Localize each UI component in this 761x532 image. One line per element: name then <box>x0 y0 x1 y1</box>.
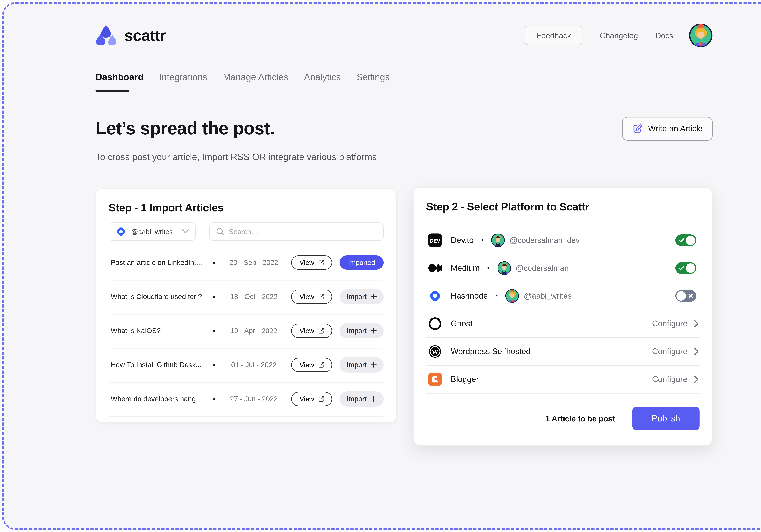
platform-row-medium: Medium @codersalman <box>426 254 699 282</box>
brand-logo: scattr <box>95 24 166 47</box>
article-row: What is Cloudflare used for ? 18 - Oct -… <box>109 280 384 314</box>
article-list: Post an article on LinkedIn..... 20 - Se… <box>109 246 384 416</box>
import-label: Import <box>347 395 367 403</box>
bullet-dot <box>482 239 483 241</box>
user-avatar[interactable] <box>689 24 713 47</box>
import-button[interactable]: Import <box>340 357 384 373</box>
view-button[interactable]: View <box>291 324 332 338</box>
article-date: 18 - Oct - 2022 <box>224 293 284 301</box>
devto-icon <box>428 233 442 247</box>
platform-handle: @codersalman_dev <box>509 236 580 245</box>
article-date: 27 - Jun - 2022 <box>224 395 284 403</box>
step2-title: Step 2 - Select Platform to Scattr <box>426 200 699 213</box>
toggle-knob <box>676 291 686 300</box>
article-title: How To Install Github Desk.... <box>111 361 202 369</box>
view-button[interactable]: View <box>291 358 332 372</box>
import-button[interactable]: Import <box>340 323 384 338</box>
view-label: View <box>300 361 314 369</box>
hashnode-toggle[interactable] <box>675 290 696 301</box>
view-button[interactable]: View <box>291 290 332 304</box>
platform-name: Blogger <box>451 374 479 384</box>
step2-card: Step 2 - Select Platform to Scattr Dev.t… <box>413 187 713 446</box>
external-link-icon <box>319 260 324 266</box>
external-link-icon <box>319 396 324 402</box>
page-subtitle: To cross post your article, Import RSS O… <box>95 151 377 162</box>
chevron-right-icon <box>694 376 698 383</box>
blogger-configure-link[interactable]: Configure <box>652 374 698 384</box>
write-article-button[interactable]: Write an Article <box>622 117 713 140</box>
article-row: Where do developers hang.... 27 - Jun - … <box>109 382 384 416</box>
platform-handle: @aabi_writes <box>524 291 571 300</box>
toggle-knob <box>686 263 695 272</box>
publish-footer: 1 Article to be post Publish <box>426 406 699 430</box>
platform-row-blogger: Blogger Configure <box>426 365 699 393</box>
medium-icon <box>428 261 442 275</box>
plus-icon <box>371 362 377 368</box>
ghost-configure-link[interactable]: Configure <box>652 319 698 328</box>
articles-to-post-count: 1 Article to be post <box>546 414 615 423</box>
medium-toggle[interactable] <box>675 262 696 273</box>
external-link-icon <box>319 328 324 334</box>
wordpress-configure-link[interactable]: Configure <box>652 346 698 356</box>
search-input[interactable] <box>229 227 377 235</box>
view-button[interactable]: View <box>291 256 332 270</box>
account-dropdown[interactable]: @aabi_writes <box>109 222 196 241</box>
publish-button[interactable]: Publish <box>632 406 699 430</box>
view-button[interactable]: View <box>291 392 332 406</box>
platform-name: Hashnode <box>451 291 488 300</box>
article-title: Where do developers hang.... <box>111 395 202 403</box>
header: scattr Feedback Changelog Docs <box>95 4 713 47</box>
active-tab-underline <box>95 90 129 91</box>
tab-dashboard[interactable]: Dashboard <box>95 72 144 83</box>
tab-analytics[interactable]: Analytics <box>304 72 341 83</box>
article-date: 20 - Sep - 2022 <box>224 259 284 266</box>
article-row: What is KaiOS? 19 - Apr - 2022 View Impo… <box>109 314 384 348</box>
x-icon <box>688 293 693 298</box>
account-avatar <box>505 289 519 303</box>
search-box <box>209 222 384 241</box>
configure-label: Configure <box>652 346 687 356</box>
article-title: What is KaiOS? <box>111 327 202 335</box>
platform-name: Medium <box>451 263 480 272</box>
chevron-down-icon <box>182 229 189 234</box>
chevron-right-icon <box>694 320 698 327</box>
article-row: How To Install Github Desk.... 01 - Jul … <box>109 348 384 382</box>
devto-toggle[interactable] <box>675 234 696 246</box>
platform-name: Dev.to <box>451 235 474 245</box>
brand-name: scattr <box>124 27 166 44</box>
import-button[interactable]: Import <box>340 391 384 407</box>
external-link-icon <box>319 294 324 300</box>
view-label: View <box>300 395 314 403</box>
platform-list: Dev.to @codersalman_dev Medium <box>426 226 699 393</box>
edit-pen-icon <box>632 124 642 134</box>
check-icon <box>678 238 684 242</box>
bullet-dot <box>213 330 215 332</box>
platform-row-wordpress: Wordpress Selfhosted Configure <box>426 338 699 366</box>
hashnode-icon <box>115 226 126 237</box>
check-icon <box>678 266 684 270</box>
tab-manage-articles[interactable]: Manage Articles <box>223 72 288 83</box>
plus-icon <box>371 294 377 300</box>
import-button[interactable]: Import <box>340 289 384 304</box>
tab-integrations[interactable]: Integrations <box>159 72 207 83</box>
bullet-dot <box>213 262 215 264</box>
feedback-button[interactable]: Feedback <box>525 26 583 45</box>
account-avatar <box>491 233 505 247</box>
view-label: View <box>300 293 314 301</box>
account-dropdown-value: @aabi_writes <box>131 227 173 235</box>
article-title: What is Cloudflare used for ? <box>111 293 202 301</box>
tab-settings[interactable]: Settings <box>356 72 390 83</box>
platform-row-devto: Dev.to @codersalman_dev <box>426 226 699 254</box>
toggle-knob <box>686 235 695 245</box>
docs-link[interactable]: Docs <box>655 31 673 40</box>
platform-row-hashnode: Hashnode @aabi_writes <box>426 282 699 310</box>
platform-handle: @codersalman <box>516 264 569 272</box>
imported-badge-button[interactable]: Imported <box>340 256 384 270</box>
nav-tabs: Dashboard Integrations Manage Articles A… <box>95 72 713 91</box>
configure-label: Configure <box>652 374 687 384</box>
changelog-link[interactable]: Changelog <box>600 31 638 40</box>
article-title: Post an article on LinkedIn..... <box>111 259 202 266</box>
bullet-dot <box>213 398 215 400</box>
view-label: View <box>300 327 314 335</box>
chevron-right-icon <box>694 348 698 355</box>
